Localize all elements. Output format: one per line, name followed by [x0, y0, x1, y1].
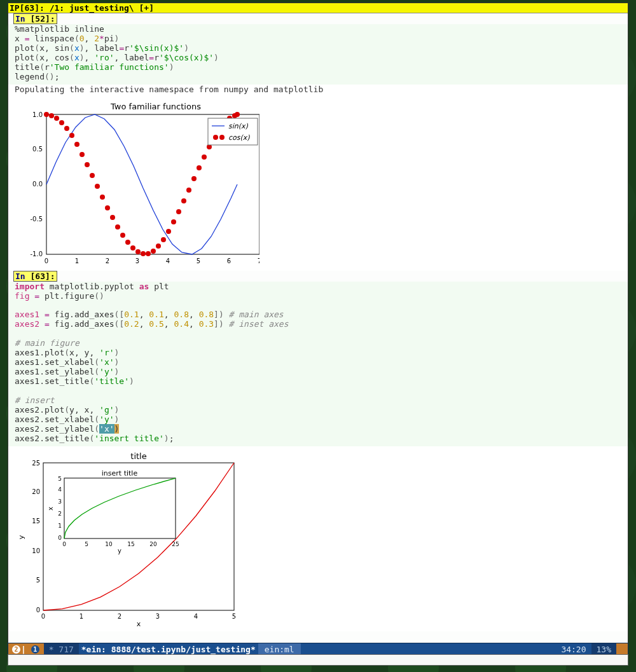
cell1-output-text: Populating the interactive namespace fro… [8, 85, 628, 95]
svg-point-52 [235, 112, 240, 117]
plot2-yticks: 0 5 10 15 20 25 [32, 460, 40, 614]
svg-text:4: 4 [166, 257, 170, 264]
modeline-end-cap [616, 643, 628, 655]
svg-text:0: 0 [62, 541, 66, 547]
svg-point-33 [141, 251, 146, 256]
tab-suffix: [+] [139, 3, 154, 13]
svg-point-18 [64, 126, 69, 131]
svg-text:15: 15 [127, 541, 134, 547]
svg-point-17 [59, 120, 64, 125]
plot2-svg: title 0 5 10 15 20 25 0 1 2 3 4 5 x y [15, 451, 244, 626]
svg-text:10: 10 [32, 547, 40, 554]
svg-point-21 [80, 152, 85, 157]
svg-text:7: 7 [258, 257, 259, 264]
editor-window: IP[63]: /1: just_testing\ [+] In [In [52… [8, 3, 628, 645]
svg-point-23 [90, 173, 95, 178]
cell2-prompt: In [63]: [13, 271, 57, 282]
svg-point-30 [125, 240, 130, 245]
svg-text:0: 0 [58, 535, 62, 541]
plot2-xticks: 0 1 2 3 4 5 [41, 613, 236, 620]
svg-text:5: 5 [232, 613, 236, 620]
svg-point-37 [161, 237, 166, 242]
cell1-code[interactable]: %matplotlib inline x = linspace(0, 2*pi)… [8, 24, 628, 85]
svg-text:5: 5 [197, 257, 200, 264]
svg-point-57 [219, 135, 225, 140]
modeline: 2| 1 * 717 *ein: 8888/test.ipynb/just_te… [8, 643, 628, 655]
svg-text:2: 2 [118, 613, 121, 620]
svg-text:5: 5 [58, 476, 62, 482]
svg-text:1: 1 [58, 523, 62, 529]
svg-text:5: 5 [85, 541, 88, 547]
plot2-inset: insert title 0 1 2 3 4 5 0 5 10 15 20 [47, 469, 179, 554]
svg-point-24 [95, 184, 100, 189]
svg-text:6: 6 [227, 257, 231, 264]
svg-point-28 [115, 224, 120, 230]
svg-point-35 [151, 249, 156, 254]
svg-text:0.5: 0.5 [32, 146, 43, 153]
svg-point-45 [202, 154, 207, 160]
svg-text:15: 15 [32, 518, 40, 525]
svg-point-19 [69, 133, 74, 138]
svg-point-38 [166, 229, 171, 234]
cell1-plot: Two familiar functions -1.0 -0.5 0.0 0.5… [8, 95, 628, 271]
svg-text:1.0: 1.0 [32, 111, 43, 118]
svg-text:-1.0: -1.0 [30, 250, 43, 257]
svg-rect-72 [64, 478, 176, 538]
svg-point-39 [171, 219, 176, 224]
svg-text:3: 3 [135, 257, 139, 264]
svg-text:insert title: insert title [102, 469, 138, 477]
svg-point-26 [105, 205, 110, 210]
plot2-xlabel: x [137, 620, 141, 626]
tab-line[interactable]: IP[63]: /1: just_testing\ [+] [8, 3, 628, 13]
svg-point-31 [130, 245, 135, 250]
minibuffer[interactable] [8, 654, 628, 666]
tab-path: /1: just_testing\ [50, 3, 134, 13]
cell1-prompt: In [In [52]:52]: [13, 13, 57, 24]
svg-text:0.0: 0.0 [32, 181, 43, 188]
svg-point-15 [49, 113, 54, 118]
tab-prefix: IP[63]: [10, 3, 45, 13]
svg-text:1: 1 [75, 257, 79, 264]
svg-point-41 [181, 198, 186, 203]
svg-point-34 [146, 251, 151, 256]
svg-point-14 [44, 112, 49, 117]
cell2-code[interactable]: import matplotlib.pyplot as plt fig = pl… [8, 282, 628, 446]
cell2-plot: title 0 5 10 15 20 25 0 1 2 3 4 5 x y [8, 446, 628, 631]
svg-text:25: 25 [172, 541, 179, 547]
svg-point-16 [54, 116, 59, 121]
plot1-xticks: 0 1 2 3 4 5 6 7 [45, 257, 259, 264]
plot1-legend: sin(x) cos(x) [208, 118, 258, 145]
modeline-mode[interactable]: ein:ml [258, 643, 301, 655]
svg-point-36 [156, 243, 161, 249]
svg-text:5: 5 [36, 577, 40, 584]
svg-text:4: 4 [194, 613, 198, 620]
svg-text:0: 0 [41, 613, 45, 620]
svg-point-32 [135, 249, 141, 254]
plot2-ylabel: y [17, 535, 25, 539]
svg-text:0: 0 [36, 607, 40, 614]
svg-text:25: 25 [32, 460, 40, 467]
svg-text:y: y [118, 547, 121, 554]
svg-text:2: 2 [106, 257, 109, 264]
svg-point-20 [74, 142, 80, 147]
svg-text:20: 20 [32, 488, 40, 495]
svg-text:x: x [47, 507, 54, 511]
modeline-buffer-name[interactable]: *ein: 8888/test.ipynb/just_testing* [79, 645, 258, 654]
svg-text:3: 3 [156, 613, 160, 620]
plot1-yticks: -1.0 -0.5 0.0 0.5 1.0 [30, 111, 43, 257]
svg-text:0: 0 [45, 257, 48, 264]
modeline-seg-workspace[interactable]: 2| 1 [8, 643, 44, 655]
plot1-title: Two familiar functions [110, 102, 201, 111]
svg-point-44 [197, 165, 202, 170]
svg-text:20: 20 [149, 541, 157, 547]
svg-text:1: 1 [80, 613, 83, 620]
svg-point-22 [85, 162, 90, 167]
svg-point-29 [120, 233, 125, 238]
svg-text:3: 3 [58, 498, 62, 505]
svg-point-27 [110, 215, 115, 220]
svg-text:2: 2 [58, 511, 62, 517]
svg-point-56 [213, 135, 218, 140]
svg-text:cos(x): cos(x) [228, 134, 250, 142]
svg-point-40 [176, 209, 181, 214]
svg-text:10: 10 [105, 541, 113, 547]
